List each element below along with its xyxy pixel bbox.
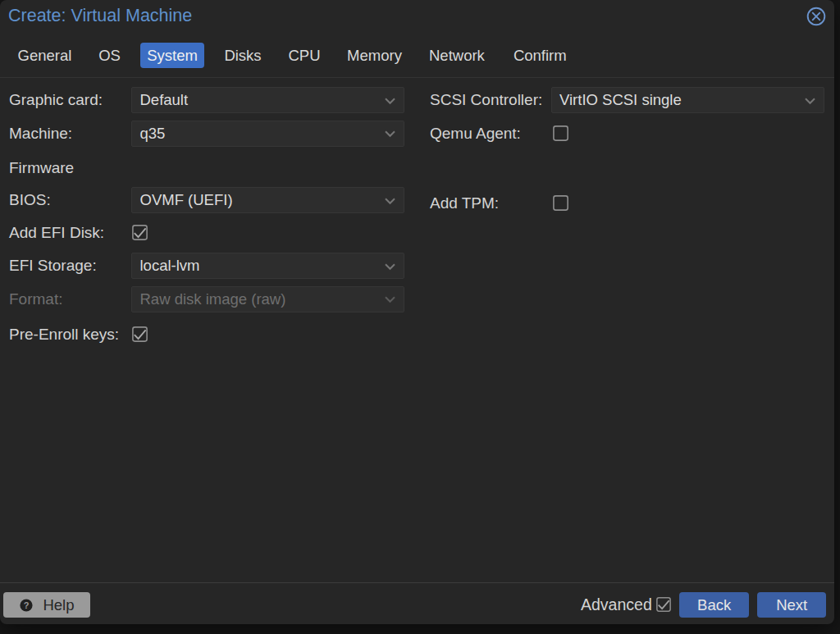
svg-text:?: ? (24, 600, 30, 610)
